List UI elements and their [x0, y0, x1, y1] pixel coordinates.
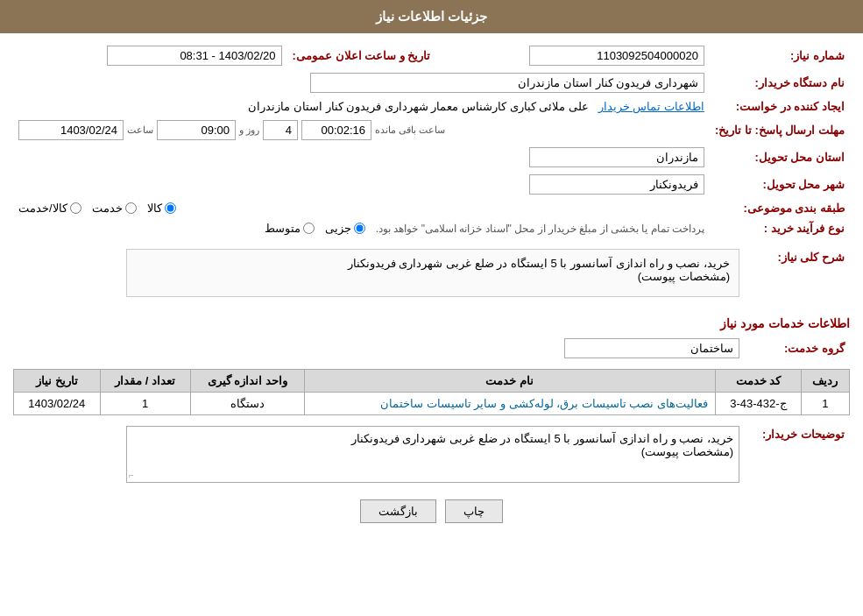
- buyer-notes-box: خرید، نصب و راه اندازی آسانسور با 5 ایست…: [126, 426, 739, 483]
- category-goods-service-option: کالا/خدمت: [18, 202, 81, 215]
- deadline-remaining-label: ساعت باقی مانده: [375, 124, 445, 136]
- send-deadline-label: مهلت ارسال پاسخ: تا تاریخ:: [710, 117, 850, 144]
- category-service-option: خدمت: [92, 202, 137, 215]
- category-service-radio[interactable]: [125, 202, 137, 214]
- creator-label: ایجاد کننده در خواست:: [710, 96, 850, 117]
- announcement-box: 1403/02/20 - 08:31: [107, 46, 282, 66]
- send-deadline-value: 1403/02/24 ساعت 09:00 روز و 4 00:02:16: [13, 117, 710, 144]
- purchase-type-partial-radio[interactable]: [354, 223, 365, 234]
- col-name: نام خدمت: [304, 370, 715, 393]
- col-date: تاریخ نیاز: [14, 370, 101, 393]
- row-qty: 1: [100, 393, 190, 415]
- deadline-remaining-box: 00:02:16: [301, 120, 371, 140]
- purchase-type-medium-option: متوسط: [265, 222, 315, 235]
- deadline-date-box: 1403/02/24: [18, 120, 124, 140]
- service-group-box: ساختمان: [564, 338, 739, 358]
- service-group-table: گروه خدمت: ساختمان: [13, 335, 850, 362]
- table-row: 1 ج-432-43-3 فعالیت‌های نصب تاسیسات برق،…: [14, 393, 850, 415]
- col-qty: تعداد / مقدار: [100, 370, 190, 393]
- need-number-box: 1103092504000020: [529, 46, 704, 66]
- delivery-city-box: فریدونکنار: [529, 174, 704, 195]
- need-desc-box: خرید، نصب و راه اندازی آسانسور با 5 ایست…: [126, 249, 739, 297]
- resize-handle: ⌐: [129, 471, 134, 480]
- row-code: ج-432-43-3: [715, 393, 801, 415]
- announcement-value: 1403/02/20 - 08:31: [13, 42, 287, 69]
- page-header: جزئیات اطلاعات نیاز: [0, 0, 863, 33]
- purchase-type-options: متوسط جزیی پرداخت تمام یا بخشی از مبلغ خ…: [13, 218, 710, 238]
- col-unit: واحد اندازه گیری: [190, 370, 304, 393]
- category-goods-radio[interactable]: [165, 202, 176, 214]
- col-row: ردیف: [801, 370, 849, 393]
- services-table: ردیف کد خدمت نام خدمت واحد اندازه گیری ت…: [13, 369, 850, 415]
- print-button[interactable]: چاپ: [445, 499, 503, 523]
- deadline-time-label: ساعت: [127, 124, 153, 136]
- row-num: 1: [801, 393, 849, 415]
- requester-org-value: شهرداری فریدون کنار استان مازندران: [13, 69, 710, 96]
- buyer-notes-table: توضیحات خریدار: خرید، نصب و راه اندازی آ…: [13, 422, 850, 486]
- back-button[interactable]: بازگشت: [360, 499, 436, 523]
- row-service-name: فعالیت‌های نصب تاسیسات برق، لوله‌کشی و س…: [304, 393, 715, 415]
- bottom-buttons-area: چاپ بازگشت: [13, 499, 850, 523]
- row-date: 1403/02/24: [14, 393, 101, 415]
- category-goods-option: کالا: [147, 202, 176, 215]
- deadline-days-label: روز و: [239, 124, 259, 136]
- creator-value: اطلاعات تماس خریدار علی ملائی کباری کارش…: [13, 96, 710, 117]
- delivery-province-label: استان محل تحویل:: [710, 144, 850, 171]
- purchase-type-partial-option: جزیی: [325, 222, 365, 235]
- buyer-notes-label: توضیحات خریدار:: [745, 422, 850, 486]
- service-group-value: ساختمان: [13, 335, 745, 362]
- need-number-label: شماره نیاز:: [710, 42, 850, 69]
- page-title: جزئیات اطلاعات نیاز: [376, 9, 487, 24]
- main-info-table: شماره نیاز: 1103092504000020 تاریخ و ساع…: [13, 42, 850, 238]
- creator-link[interactable]: اطلاعات تماس خریدار: [598, 100, 704, 113]
- need-number-value: 1103092504000020: [435, 42, 710, 69]
- requester-org-box: شهرداری فریدون کنار استان مازندران: [310, 73, 704, 93]
- buyer-notes-value: خرید، نصب و راه اندازی آسانسور با 5 ایست…: [13, 422, 745, 486]
- deadline-days-box: 4: [263, 120, 298, 140]
- need-desc-label: شرح کلی نیاز:: [745, 245, 850, 308]
- delivery-province-box: مازندران: [529, 147, 704, 167]
- delivery-city-label: شهر محل تحویل:: [710, 171, 850, 198]
- col-code: کد خدمت: [715, 370, 801, 393]
- row-unit: دستگاه: [190, 393, 304, 415]
- deadline-time-box: 09:00: [157, 120, 236, 140]
- purchase-type-label: نوع فرآیند خرید :: [710, 218, 850, 238]
- services-section-title: اطلاعات خدمات مورد نیاز: [13, 316, 850, 330]
- need-desc-value: خرید، نصب و راه اندازی آسانسور با 5 ایست…: [13, 245, 745, 308]
- service-group-label: گروه خدمت:: [745, 335, 850, 362]
- announcement-label: تاریخ و ساعت اعلان عمومی:: [287, 42, 436, 69]
- delivery-city-value: فریدونکنار: [13, 171, 710, 198]
- purchase-type-medium-radio[interactable]: [303, 223, 315, 234]
- category-goods-service-radio[interactable]: [70, 202, 81, 214]
- category-label: طبقه بندی موضوعی:: [710, 198, 850, 218]
- purchase-type-note: پرداخت تمام یا بخشی از مبلغ خریدار از مح…: [376, 223, 704, 235]
- category-options: کالا/خدمت خدمت کالا: [13, 198, 710, 218]
- delivery-province-value: مازندران: [13, 144, 710, 171]
- need-desc-table: شرح کلی نیاز: خرید، نصب و راه اندازی آسا…: [13, 245, 850, 308]
- requester-org-label: نام دستگاه خریدار:: [710, 69, 850, 96]
